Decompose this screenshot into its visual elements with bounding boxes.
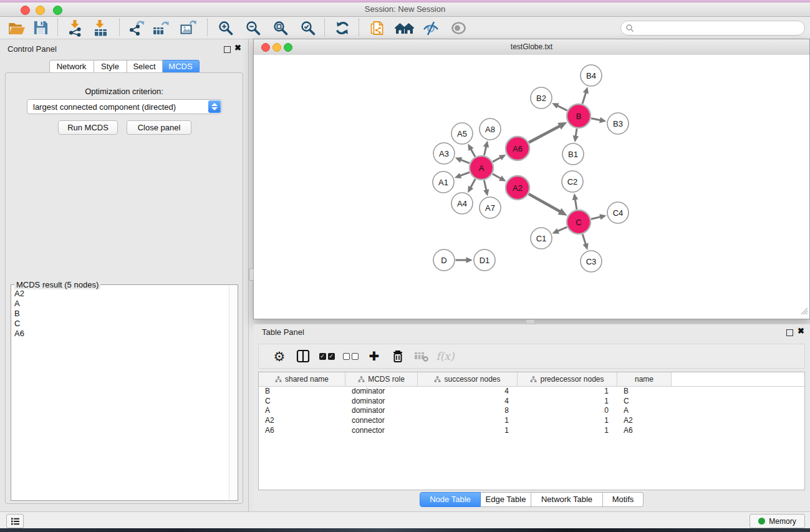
graph-edge-B-B3[interactable] [591,117,606,123]
mcds-result-item[interactable]: B [11,309,229,319]
graph-edge-A-A2[interactable] [493,174,506,181]
graph-edge-A-A6[interactable] [493,155,506,162]
graph-edge-C-C4[interactable] [591,214,607,220]
tab-network-table[interactable]: Network Table [531,492,603,507]
graph-node-A8[interactable]: A8 [480,118,501,140]
graph-node-A4[interactable]: A4 [451,193,473,214]
graph-node-C3[interactable]: C3 [581,251,602,272]
result-list-scrollbar[interactable] [229,286,237,500]
apply-layout-icon[interactable] [331,18,354,37]
delete-table-icon[interactable] [410,346,433,366]
graph-node-A[interactable]: A [470,156,493,180]
tab-edge-table[interactable]: Edge Table [481,492,531,507]
home-icon[interactable] [393,18,415,37]
show-gravity-eye-icon[interactable] [447,18,470,37]
graph-edge-A2-C[interactable] [529,194,567,216]
graph-edge-C-C1[interactable] [552,227,567,233]
delete-column-trash-icon[interactable] [386,346,410,366]
graph-edge-B-B4[interactable] [582,87,589,104]
zoom-out-icon[interactable] [242,18,264,37]
table-options-gear-icon[interactable]: ⚙ [268,346,291,366]
network-canvas[interactable]: B4B2BB3A8A5A6A3B1AA1C2A2A4A7C4CC1C3DD1 [254,55,809,319]
graph-edge-D-D1[interactable] [456,257,473,263]
tab-motifs[interactable]: Motifs [603,492,644,507]
graph-node-A5[interactable]: A5 [451,123,473,144]
search-input[interactable] [637,23,804,33]
graph-edge-A-A3[interactable] [455,157,470,163]
mcds-result-item[interactable]: A6 [11,329,229,339]
graph-node-C1[interactable]: C1 [531,228,552,249]
zoom-selected-icon[interactable] [297,18,319,37]
graph-edge-B-B1[interactable] [573,128,579,142]
tab-mcds[interactable]: MCDS [163,60,200,74]
column-header-mcds-role[interactable]: MCDS role [345,372,418,386]
close-panel-icon[interactable]: ✖ [234,43,241,53]
clone-network-icon[interactable] [365,18,388,37]
table-row[interactable]: Adominator80A [259,406,804,416]
graph-node-B1[interactable]: B1 [562,143,584,165]
graph-edge-A-A7[interactable] [483,180,489,196]
graph-node-C4[interactable]: C4 [607,202,629,223]
hide-gravity-eye-slash-icon[interactable] [420,18,442,37]
graph-node-D[interactable]: D [433,249,455,271]
graph-edge-A-A4[interactable] [468,179,475,193]
graph-edge-A-A8[interactable] [483,141,489,155]
graph-edge-A6-B[interactable] [529,122,567,143]
export-network-icon[interactable] [125,18,148,37]
graph-node-B3[interactable]: B3 [607,113,629,134]
column-header-shared-name[interactable]: shared name [259,372,345,386]
graph-edge-C-C3[interactable] [582,235,588,250]
graph-node-A3[interactable]: A3 [433,143,455,164]
table-row[interactable]: A6connector11A6 [259,426,804,436]
table-row[interactable]: Cdominator41C [259,397,804,407]
graph-node-A7[interactable]: A7 [480,197,501,218]
run-mcds-button[interactable]: Run MCDS [58,120,118,135]
graph-node-C2[interactable]: C2 [562,171,583,192]
graph-node-B2[interactable]: B2 [531,87,552,109]
select-all-icon[interactable]: ✓✓ [315,346,339,366]
mcds-result-item[interactable]: C [11,319,229,329]
show-columns-icon[interactable] [291,346,315,366]
search-field[interactable] [620,21,805,36]
close-panel-button[interactable]: Close panel [127,120,191,135]
column-header-name[interactable]: name [617,372,672,386]
graph-edge-B-B2[interactable] [552,103,567,110]
column-header-successor-nodes[interactable]: successor nodes [418,372,518,386]
mcds-result-item[interactable]: A [11,299,229,309]
table-row[interactable]: A2connector11A2 [259,416,804,426]
column-header-predecessor-nodes[interactable]: predecessor nodes [518,372,617,386]
tab-network[interactable]: Network [49,60,94,74]
zoom-in-icon[interactable] [215,18,237,37]
table-row[interactable]: Bdominator41B [259,387,804,397]
close-table-panel-icon[interactable]: ✖ [798,326,804,336]
graph-node-A2[interactable]: A2 [506,176,529,200]
optimization-criterion-dropdown[interactable]: largest connected component (directed) [27,99,222,114]
graph-edge-A-A5[interactable] [468,144,475,157]
graph-edge-A-A1[interactable] [455,172,470,178]
float-table-panel-icon[interactable] [786,329,793,336]
panel-divider-grip[interactable] [249,268,254,281]
tab-style[interactable]: Style [94,60,127,74]
create-column-icon[interactable]: ✚ [362,346,386,366]
deselect-all-icon[interactable] [339,346,362,366]
horizontal-divider-grip[interactable] [526,319,535,324]
zoom-fit-icon[interactable] [269,18,292,37]
export-image-icon[interactable] [177,18,200,37]
memory-status-button[interactable]: Memory [750,514,805,528]
graph-node-C[interactable]: C [567,210,591,234]
function-builder-icon[interactable]: f(x) [433,346,457,366]
open-session-icon[interactable] [6,18,28,37]
import-table-icon[interactable] [89,18,112,37]
show-task-history-button[interactable] [6,514,24,528]
graph-node-D1[interactable]: D1 [474,249,495,271]
graph-node-B4[interactable]: B4 [581,65,602,86]
export-table-icon[interactable] [150,18,172,37]
graph-node-B[interactable]: B [567,104,591,128]
graph-node-A6[interactable]: A6 [506,137,529,160]
resize-grip-icon[interactable] [800,306,808,317]
graph-node-A1[interactable]: A1 [433,172,454,193]
mcds-result-item[interactable]: A2 [11,289,229,299]
float-panel-icon[interactable] [224,46,231,53]
save-session-icon[interactable] [29,18,52,37]
import-network-icon[interactable] [64,18,87,37]
